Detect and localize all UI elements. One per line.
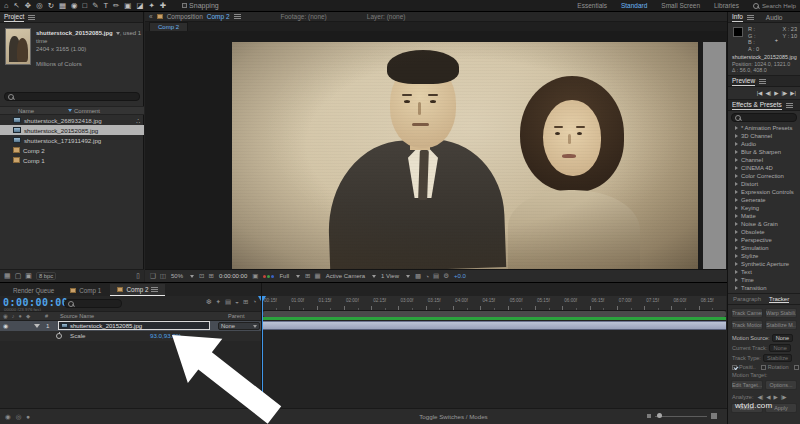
project-footer-icon[interactable]: ▦ xyxy=(4,272,11,280)
snapping-checkbox[interactable] xyxy=(182,3,187,8)
transport-button[interactable]: |◀ xyxy=(757,90,763,96)
effects-presets-tab[interactable]: Effects & Presets xyxy=(732,101,782,110)
tool-icon[interactable]: ▦ xyxy=(59,0,66,11)
viewer-icon[interactable]: ◔ xyxy=(425,273,429,280)
preview-tab[interactable]: Preview xyxy=(732,77,755,86)
timeline-option-icon[interactable]: ◒ xyxy=(235,298,239,306)
timeline-footer-icon[interactable]: ◎ xyxy=(16,413,22,421)
timeline-option-icon[interactable]: ✦ xyxy=(215,298,220,306)
viewer-icon[interactable]: ▩ xyxy=(415,272,421,280)
viewer-timecode[interactable]: 0:00:00:00 xyxy=(219,273,247,279)
timeline-option-icon[interactable]: ❆ xyxy=(206,298,211,306)
timeline-footer-icon[interactable]: ● xyxy=(26,413,30,421)
timeline-tab[interactable]: Render Queue xyxy=(6,284,61,296)
effects-category[interactable]: Matte xyxy=(728,212,800,220)
composition-viewer[interactable] xyxy=(145,31,727,269)
viewer-icon[interactable]: ⊞ xyxy=(208,272,213,280)
effects-category[interactable]: Distort xyxy=(728,180,800,188)
effects-category[interactable]: Perspective xyxy=(728,236,800,244)
effects-category[interactable]: Expression Controls xyxy=(728,188,800,196)
viewer-icon[interactable]: ▦ xyxy=(315,272,321,280)
tool-icon[interactable]: ✚ xyxy=(160,0,166,11)
workspace-button[interactable]: Essentials xyxy=(577,2,607,9)
timeline-zoom-slider[interactable] xyxy=(647,415,717,418)
zoom-slider-thumb[interactable] xyxy=(657,413,662,418)
tool-icon[interactable]: ✦ xyxy=(149,0,155,11)
viewer-icon[interactable]: ⊞ xyxy=(305,272,310,280)
workspace-button[interactable]: Standard xyxy=(621,2,647,9)
workspace-button[interactable]: Small Screen xyxy=(661,2,700,9)
effects-category[interactable]: Channel xyxy=(728,156,800,164)
timeline-tab[interactable]: Comp 2 xyxy=(110,284,165,296)
tracker-target-button[interactable]: Edit Target... xyxy=(731,380,763,390)
tool-icon[interactable]: ↻ xyxy=(48,0,54,11)
project-list-item[interactable]: Comp 2 xyxy=(0,145,144,155)
timeline-footer-icon[interactable]: ◉ xyxy=(5,413,11,421)
tool-icon[interactable]: ✥ xyxy=(25,0,31,11)
tracker-checkbox[interactable]: S.. xyxy=(794,364,800,370)
source-name-column-header[interactable]: Source Name xyxy=(60,313,94,319)
snapping-toggle[interactable]: Snapping xyxy=(182,2,219,9)
effects-category[interactable]: Audio xyxy=(728,140,800,148)
show-channel-icon[interactable] xyxy=(263,275,274,278)
name-column-header[interactable]: Name xyxy=(18,108,34,114)
viewer-icon[interactable]: ⊡ xyxy=(199,272,204,280)
parent-column-header[interactable]: Parent xyxy=(228,313,244,319)
analyze-button[interactable]: |▶ xyxy=(781,394,787,400)
effects-category[interactable]: Obsolete xyxy=(728,228,800,236)
view-layout-select[interactable]: 1 View xyxy=(381,273,410,279)
composition-panel-label[interactable]: Composition xyxy=(167,13,203,20)
timeline-option-icon[interactable]: ▤ xyxy=(225,298,231,306)
tracker-checkbox[interactable]: Positi.. xyxy=(732,364,756,370)
track-type-select[interactable]: Stabilize xyxy=(763,354,792,362)
transport-button[interactable]: ▶| xyxy=(790,90,796,96)
composition-photo[interactable] xyxy=(232,42,698,269)
camera-select[interactable]: Active Camera xyxy=(326,273,376,279)
project-list-item[interactable]: shutterstock_268932418.jpg ∴ xyxy=(0,115,144,125)
resolution-select[interactable]: Full xyxy=(279,273,300,279)
current-time-indicator-head[interactable] xyxy=(258,296,266,303)
project-search-input[interactable] xyxy=(4,92,140,101)
tracker-target-button[interactable]: Options... xyxy=(765,380,797,390)
panel-collapse-icon[interactable]: « xyxy=(149,13,153,20)
parent-select[interactable]: None xyxy=(218,322,260,330)
timeline-option-icon[interactable]: ◔ xyxy=(252,298,256,306)
viewer-icon[interactable]: ⚙ xyxy=(443,272,449,280)
timeline-search-input[interactable] xyxy=(64,299,122,308)
effects-category[interactable]: 3D Channel xyxy=(728,132,800,140)
tool-icon[interactable]: ◪ xyxy=(136,0,143,11)
panel-menu-icon[interactable] xyxy=(234,14,241,19)
workspace-button[interactable]: Libraries xyxy=(714,2,739,9)
stopwatch-icon[interactable] xyxy=(56,333,62,339)
zoom-out-icon[interactable] xyxy=(647,414,651,418)
audio-tab[interactable]: Audio xyxy=(766,14,783,21)
search-help[interactable]: Search Help xyxy=(753,2,796,9)
panel-menu-icon[interactable] xyxy=(747,15,754,20)
tool-icon[interactable]: T xyxy=(103,0,108,11)
effects-category[interactable]: Blur & Sharpen xyxy=(728,148,800,156)
project-list-item[interactable]: shutterstock_171911492.jpg xyxy=(0,135,144,145)
property-name[interactable]: Scale xyxy=(70,332,85,339)
eye-icon[interactable]: ◉ xyxy=(3,322,8,329)
effects-category[interactable]: Text xyxy=(728,268,800,276)
effects-category[interactable]: Transition xyxy=(728,284,800,292)
layer-tab[interactable]: Layer: (none) xyxy=(367,13,406,20)
magnification-select[interactable]: 50% xyxy=(171,273,194,279)
tool-icon[interactable]: ✎ xyxy=(92,0,98,11)
toggle-switches-button[interactable]: Toggle Switches / Modes xyxy=(260,413,647,420)
tool-icon[interactable]: ⌂ xyxy=(4,0,9,11)
analyze-button[interactable]: ◀| xyxy=(757,394,763,400)
info-tab[interactable]: Info xyxy=(732,13,743,22)
tool-icon[interactable]: □ xyxy=(83,0,88,11)
panel-menu-icon[interactable] xyxy=(151,287,158,292)
effects-category[interactable]: Synthetic Aperture xyxy=(728,260,800,268)
transport-button[interactable]: ▶ xyxy=(774,90,778,96)
layer-row[interactable]: ◉ 1 shutterstock_20152085.jpg None xyxy=(0,321,262,331)
effects-category[interactable]: Color Correction xyxy=(728,172,800,180)
viewer-icon[interactable]: ◫ xyxy=(160,272,166,280)
tracker-checkbox[interactable]: Rotation xyxy=(761,364,789,370)
analyze-button[interactable]: ▶ xyxy=(774,394,778,400)
twirl-icon[interactable] xyxy=(34,324,40,328)
effects-category[interactable]: Noise & Grain xyxy=(728,220,800,228)
effects-category[interactable]: CINEMA 4D xyxy=(728,164,800,172)
